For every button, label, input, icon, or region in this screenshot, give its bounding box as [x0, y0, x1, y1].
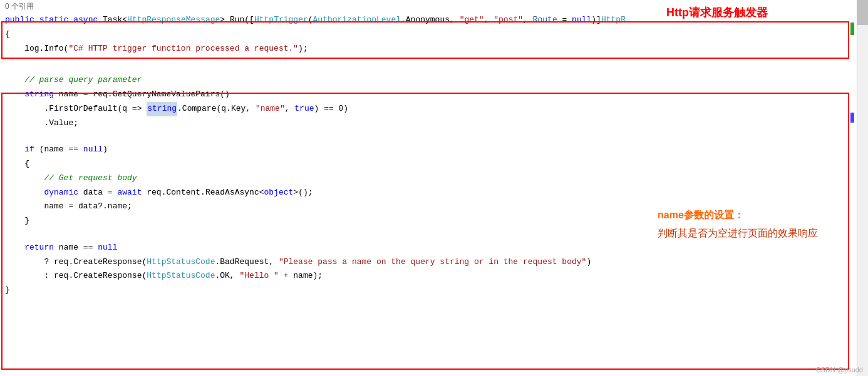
value-line: .Value;	[0, 116, 855, 131]
comment-parse: // parse query parameter	[0, 73, 855, 88]
str-bad-request: "Please pass a name on the query string …	[279, 255, 586, 270]
str-post: "post"	[493, 13, 523, 28]
ternary-true-line: ? req.CreateResponse( HttpStatusCode .Ba…	[0, 255, 855, 270]
blank-1	[0, 56, 855, 68]
name-param-title: name参数的设置：	[658, 206, 818, 225]
open-brace-1: {	[0, 28, 855, 42]
kw-return: return	[24, 241, 54, 255]
return-line: return name == null	[0, 241, 855, 255]
kw-public: public	[5, 13, 34, 28]
open-brace-2: {	[0, 157, 855, 171]
kw-static: static	[39, 13, 69, 28]
comment-get-body-text: // Get request body	[5, 171, 137, 186]
code-content: 0 个引用 public static async Task< HttpResp…	[0, 0, 855, 376]
kw-string1: string	[24, 88, 54, 102]
str-hello: "Hello "	[239, 269, 278, 283]
kw-null3: null	[98, 241, 117, 255]
kw-httpstatuscode-bad: HttpStatusCode	[147, 255, 215, 270]
str-log-msg: "C# HTTP trigger function processed a re…	[68, 42, 298, 56]
comment-text: // parse query parameter	[5, 73, 142, 88]
kw-authorizationlevel: AuthorizationLevel	[313, 13, 401, 28]
scrollbar-thumb[interactable]	[857, 0, 868, 25]
kw-httptrigger: HttpTrigger	[254, 13, 308, 28]
ref-count: 0 个引用	[5, 0, 34, 13]
name-param-annotation: name参数的设置： 判断其是否为空进行页面的效果响应	[658, 206, 818, 243]
kw-true: true	[294, 102, 314, 116]
kw-httpresponsemessage: HttpResponseMessage	[127, 13, 220, 28]
blank-2	[0, 68, 855, 73]
comment-get-body: // Get request body	[0, 171, 855, 186]
kw-if: if	[24, 143, 34, 157]
string-name-line: string name = req.GetQueryNameValuePairs…	[0, 88, 855, 102]
kw-dynamic: dynamic	[44, 186, 78, 200]
if-line: if (name == null )	[0, 143, 855, 157]
dynamic-line: dynamic data = await req.Content.ReadAsA…	[0, 186, 855, 200]
kw-null1: null	[572, 13, 591, 28]
watermark: CSDN @psudd	[816, 366, 863, 373]
first-or-default-line: .FirstOrDefault(q => string .Compare(q.K…	[0, 102, 855, 116]
kw-httpstatuscode-ok: HttpStatusCode	[147, 269, 215, 283]
blue-indicator-bar	[850, 113, 854, 123]
ternary-false-line: : req.CreateResponse( HttpStatusCode .OK…	[0, 269, 855, 283]
kw-string-highlight: string	[147, 102, 177, 116]
kw-await: await	[117, 186, 142, 200]
name-param-desc: 判断其是否为空进行页面的效果响应	[658, 225, 818, 243]
kw-httpr: HttpR	[601, 13, 626, 28]
green-indicator-bar	[850, 23, 854, 35]
blank-3	[0, 130, 855, 143]
str-name: "name"	[256, 102, 285, 116]
close-brace-main: }	[0, 283, 855, 298]
code-area: 0 个引用 public static async Task< HttpResp…	[0, 0, 868, 376]
kw-null2: null	[83, 143, 103, 157]
scrollbar[interactable]	[857, 0, 868, 376]
log-info-line: log.Info( "C# HTTP trigger function proc…	[0, 42, 855, 56]
http-trigger-annotation: Http请求服务触发器	[666, 5, 768, 20]
kw-object: object	[264, 186, 294, 200]
str-get: "get"	[460, 13, 484, 28]
kw-async: async	[73, 13, 98, 28]
kw-route: Route	[533, 13, 557, 28]
